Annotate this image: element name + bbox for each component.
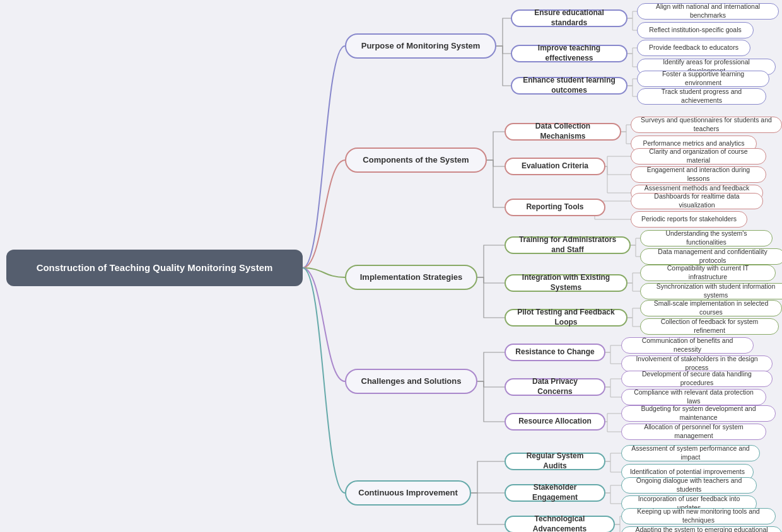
node-clarity-and-organization-of-co: Clarity and organization of course mater… xyxy=(631,148,766,165)
node-provide-feedback-to-educators: Provide feedback to educators xyxy=(637,40,750,56)
node-synchronization-with-student-i: Synchronization with student information… xyxy=(640,283,782,299)
node-technological-advancements: Technological Advancements xyxy=(505,516,615,532)
node-allocation-of-personnel-for-sy: Allocation of personnel for system manag… xyxy=(621,424,766,440)
node-regular-system-audits: Regular System Audits xyxy=(505,453,605,470)
node-understanding-the-system's-fun: Understanding the system's functionaliti… xyxy=(640,230,773,246)
node-collection-of-feedback-for-sys: Collection of feedback for system refine… xyxy=(640,318,779,335)
node-data-management-and-confidenti: Data management and confidentiality prot… xyxy=(640,248,782,265)
node-ongoing-dialogue-with-teachers: Ongoing dialogue with teachers and stude… xyxy=(621,477,757,494)
node-improve-teaching-effectiveness: Improve teaching effectiveness xyxy=(511,45,627,62)
node-development-of-secure-data-han: Development of secure data handling proc… xyxy=(621,371,773,387)
node-evaluation-criteria: Evaluation Criteria xyxy=(505,158,605,175)
node-stakeholder-engagement: Stakeholder Engagement xyxy=(505,484,605,502)
node-periodic-reports-for-stakehold: Periodic reports for stakeholders xyxy=(631,211,747,228)
node-resource-allocation: Resource Allocation xyxy=(505,413,605,431)
node-adapting-the-system-to-emergin: Adapting the system to emerging educatio… xyxy=(621,526,782,532)
node-enhance-student-learning-outco: Enhance student learning outcomes xyxy=(511,77,627,95)
node-engagement-and-interaction-dur: Engagement and interaction during lesson… xyxy=(631,166,766,183)
node-construction-of-teaching-quali: Construction of Teaching Quality Monitor… xyxy=(6,250,303,286)
node-reporting-tools: Reporting Tools xyxy=(505,199,605,216)
node-integration-with-existing-syst: Integration with Existing Systems xyxy=(505,274,627,292)
node-continuous-improvement: Continuous Improvement xyxy=(345,480,471,506)
node-compatibility-with-current-it-: Compatibility with current IT infrastruc… xyxy=(640,265,776,281)
node-compliance-with-relevant-data-: Compliance with relevant data protection… xyxy=(621,389,766,405)
node-foster-a-supportive-learning-e: Foster a supportive learning environment xyxy=(637,71,769,87)
node-challenges-and-solutions: Challenges and Solutions xyxy=(345,369,477,394)
node-purpose-of-monitoring-system: Purpose of Monitoring System xyxy=(345,33,496,59)
node-implementation-strategies: Implementation Strategies xyxy=(345,265,477,290)
node-data-privacy-concerns: Data Privacy Concerns xyxy=(505,378,605,396)
node-involvement-of-stakeholders-in: Involvement of stakeholders in the desig… xyxy=(621,356,773,372)
node-reflect-institution-specific-g: Reflect institution-specific goals xyxy=(637,22,754,38)
node-surveys-and-questionnaires-for: Surveys and questionnaires for students … xyxy=(631,117,782,133)
node-align-with-national-and-intern: Align with national and international be… xyxy=(637,3,779,20)
node-training-for-administrators-an: Training for Administrators and Staff xyxy=(505,236,631,254)
node-pilot-testing-and-feedback-loo: Pilot Testing and Feedback Loops xyxy=(505,309,627,327)
node-keeping-up-with-new-monitoring: Keeping up with new monitoring tools and… xyxy=(621,508,776,524)
mindmap-container: Construction of Teaching Quality Monitor… xyxy=(0,0,782,532)
node-resistance-to-change: Resistance to Change xyxy=(505,344,605,361)
node-small-scale-implementation-in-: Small-scale implementation in selected c… xyxy=(640,300,782,316)
node-assessment-of-system-performan: Assessment of system performance and imp… xyxy=(621,445,760,461)
node-communication-of-benefits-and-: Communication of benefits and necessity xyxy=(621,337,754,354)
node-dashboards-for-realtime-data-v: Dashboards for realtime data visualizati… xyxy=(631,193,763,209)
node-data-collection-mechanisms: Data Collection Mechanisms xyxy=(505,123,621,141)
node-budgeting-for-system-developme: Budgeting for system development and mai… xyxy=(621,405,776,422)
node-ensure-educational-standards: Ensure educational standards xyxy=(511,9,627,27)
node-components-of-the-system: Components of the System xyxy=(345,147,487,173)
node-track-student-progress-and-ach: Track student progress and achievements xyxy=(637,88,766,105)
